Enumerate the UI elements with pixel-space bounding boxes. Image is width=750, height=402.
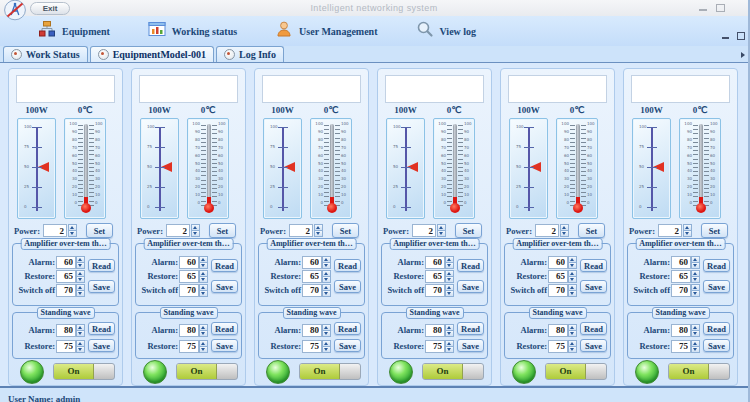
save-button[interactable]: Save [703,339,730,352]
spin-up-button[interactable] [691,256,700,263]
alarm-input[interactable] [425,324,445,337]
spin-up-button[interactable] [68,224,77,231]
spin-down-button[interactable] [445,263,454,269]
restore-input[interactable] [179,340,199,353]
save-button[interactable]: Save [211,280,238,293]
spin-up-button[interactable] [199,256,208,263]
save-button[interactable]: Save [457,339,484,352]
spin-up-button[interactable] [314,224,323,231]
alarm-input[interactable] [56,256,76,269]
spin-up-button[interactable] [199,284,208,291]
switch-off-input[interactable] [425,284,445,297]
read-button[interactable]: Read [703,259,730,272]
restore-input[interactable] [179,270,199,283]
spin-down-button[interactable] [76,347,85,353]
spin-down-button[interactable] [437,231,446,237]
tab-scroll-arrow[interactable] [741,52,745,58]
spin-up-button[interactable] [691,284,700,291]
spin-down-button[interactable] [568,331,577,337]
spin-down-button[interactable] [322,331,331,337]
spin-up-button[interactable] [568,340,577,347]
restore-input[interactable] [548,340,568,353]
spin-down-button[interactable] [568,263,577,269]
alarm-input[interactable] [179,324,199,337]
spin-up-button[interactable] [568,324,577,331]
spin-down-button[interactable] [560,231,569,237]
on-toggle-button[interactable]: On [668,363,730,380]
on-toggle-button[interactable]: On [53,363,115,380]
switch-off-input[interactable] [56,284,76,297]
power-input[interactable] [43,224,67,237]
spin-down-button[interactable] [76,291,85,297]
spin-down-button[interactable] [191,231,200,237]
set-button[interactable]: Set [209,223,236,238]
switch-off-input[interactable] [671,284,691,297]
save-button[interactable]: Save [334,280,361,293]
read-button[interactable]: Read [211,259,238,272]
on-toggle-button[interactable]: On [545,363,607,380]
spin-up-button[interactable] [445,324,454,331]
restore-input[interactable] [302,270,322,283]
restore-input[interactable] [671,340,691,353]
spin-up-button[interactable] [691,324,700,331]
switch-off-input[interactable] [548,284,568,297]
tab-work-status[interactable]: Work Status [3,46,88,62]
restore-input[interactable] [425,340,445,353]
spin-up-button[interactable] [322,324,331,331]
spin-down-button[interactable] [199,263,208,269]
spin-up-button[interactable] [560,224,569,231]
spin-up-button[interactable] [445,270,454,277]
spin-down-button[interactable] [445,331,454,337]
alarm-input[interactable] [302,256,322,269]
spin-down-button[interactable] [322,291,331,297]
save-button[interactable]: Save [211,339,238,352]
exit-button[interactable]: Exit [30,2,70,15]
spin-up-button[interactable] [76,270,85,277]
set-button[interactable]: Set [578,223,605,238]
spin-up-button[interactable] [322,256,331,263]
power-input[interactable] [412,224,436,237]
restore-input[interactable] [425,270,445,283]
spin-down-button[interactable] [322,347,331,353]
save-button[interactable]: Save [580,339,607,352]
alarm-input[interactable] [179,256,199,269]
power-input[interactable] [166,224,190,237]
spin-down-button[interactable] [691,277,700,283]
spin-down-button[interactable] [76,263,85,269]
spin-down-button[interactable] [691,331,700,337]
spin-up-button[interactable] [568,284,577,291]
alarm-input[interactable] [548,256,568,269]
mdi-minimize-button[interactable] [722,37,729,39]
spin-up-button[interactable] [568,256,577,263]
restore-input[interactable] [671,270,691,283]
spin-up-button[interactable] [437,224,446,231]
spin-up-button[interactable] [683,224,692,231]
spin-up-button[interactable] [76,324,85,331]
toolbar-button-equipment[interactable]: Equipment [34,19,114,43]
save-button[interactable]: Save [88,280,115,293]
on-toggle-button[interactable]: On [176,363,238,380]
restore-input[interactable] [302,340,322,353]
spin-down-button[interactable] [445,277,454,283]
on-toggle-button[interactable]: On [422,363,484,380]
set-button[interactable]: Set [86,223,113,238]
spin-down-button[interactable] [568,291,577,297]
spin-down-button[interactable] [568,347,577,353]
spin-up-button[interactable] [199,270,208,277]
alarm-input[interactable] [548,324,568,337]
tab-equipment-model-001[interactable]: EquipmentModel-001 [90,46,214,62]
spin-up-button[interactable] [691,340,700,347]
minimize-button[interactable] [699,9,707,11]
read-button[interactable]: Read [580,259,607,272]
save-button[interactable]: Save [703,280,730,293]
spin-down-button[interactable] [199,277,208,283]
read-button[interactable]: Read [88,322,115,335]
alarm-input[interactable] [425,256,445,269]
read-button[interactable]: Read [211,322,238,335]
spin-down-button[interactable] [199,331,208,337]
spin-down-button[interactable] [314,231,323,237]
spin-down-button[interactable] [691,291,700,297]
spin-up-button[interactable] [76,340,85,347]
set-button[interactable]: Set [332,223,359,238]
spin-up-button[interactable] [199,324,208,331]
